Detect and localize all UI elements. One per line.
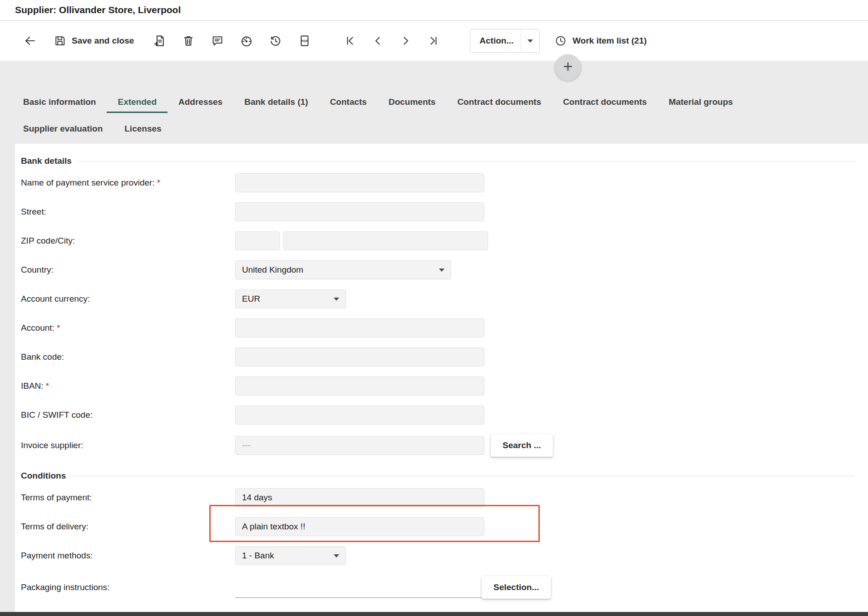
tab-contacts[interactable]: Contacts [319, 92, 378, 113]
pdf-icon: PDF [298, 34, 311, 48]
tab-bar-row-2: Supplier evaluation Licenses [0, 119, 868, 140]
add-button[interactable]: + [555, 54, 581, 81]
field-invoice-supplier: Invoice supplier: Search ... [21, 430, 854, 461]
back-icon [23, 34, 37, 48]
account-currency-select-value: EUR [242, 294, 260, 304]
history-icon [269, 34, 282, 48]
street-input[interactable] [235, 202, 484, 221]
search-button[interactable]: Search ... [491, 434, 553, 457]
tab-extended[interactable]: Extended [107, 92, 168, 113]
field-street: Street: [21, 197, 854, 226]
action-button[interactable]: Action... [470, 29, 540, 53]
toolbar: Save and close PDF [0, 21, 868, 61]
packaging-instructions-label: Packaging instructions: [21, 582, 235, 592]
delete-icon [182, 34, 195, 48]
last-record-button[interactable] [424, 33, 441, 49]
field-bank-code: Bank code: [21, 342, 854, 372]
save-icon [54, 34, 66, 47]
field-terms-of-payment: Terms of payment: [21, 483, 854, 512]
packaging-instructions-input[interactable] [235, 577, 484, 598]
account-label: Account:* [21, 323, 235, 333]
section-conditions: Conditions [21, 469, 854, 483]
history-button[interactable] [267, 33, 284, 49]
tab-bank-details[interactable]: Bank details (1) [233, 92, 319, 113]
plus-icon: + [563, 59, 572, 75]
back-button[interactable] [22, 33, 38, 49]
tab-addresses[interactable]: Addresses [168, 92, 233, 113]
gauge-icon [240, 34, 253, 48]
chevron-down-icon [439, 269, 444, 272]
bottom-bar [0, 612, 868, 616]
field-zip-city: ZIP code/City: [21, 226, 854, 255]
svg-text:PDF: PDF [301, 39, 308, 43]
tab-material-groups[interactable]: Material groups [658, 92, 744, 113]
document-add-icon [153, 34, 166, 48]
section-conditions-title: Conditions [21, 471, 66, 481]
supplier-detail-page: Supplier: Ollivander Store, Liverpool Sa… [0, 0, 868, 616]
iban-input[interactable] [235, 376, 484, 396]
required-asterisk: * [157, 178, 160, 187]
gauge-button[interactable] [238, 33, 255, 49]
terms-of-payment-label: Terms of payment: [21, 493, 235, 503]
city-input[interactable] [283, 231, 488, 250]
save-and-close-label: Save and close [72, 36, 134, 46]
tab-licenses[interactable]: Licenses [113, 119, 172, 140]
previous-record-button[interactable] [370, 33, 386, 49]
last-page-icon [426, 34, 439, 48]
required-asterisk: * [57, 323, 60, 332]
selection-button[interactable]: Selection... [482, 576, 551, 599]
payment-methods-select[interactable]: 1 - Bank [235, 546, 346, 565]
invoice-supplier-label: Invoice supplier: [21, 440, 235, 450]
next-icon [399, 34, 412, 48]
street-label: Street: [21, 207, 235, 217]
delete-button[interactable] [180, 33, 197, 49]
first-page-icon [344, 34, 358, 48]
field-psp: Name of payment service provider:* [21, 168, 854, 197]
field-account: Account:* [21, 313, 854, 342]
form-panel: Bank details Name of payment service pro… [15, 144, 868, 616]
field-bic: BIC / SWIFT code: [21, 401, 854, 430]
bic-input[interactable] [235, 406, 484, 425]
account-input[interactable] [235, 318, 484, 337]
previous-icon [371, 34, 385, 48]
required-asterisk: * [46, 381, 49, 391]
field-packaging-instructions: Packaging instructions: Selection... [21, 570, 854, 605]
country-label: Country: [21, 265, 235, 275]
account-currency-select[interactable]: EUR [235, 289, 346, 308]
chevron-down-icon [334, 554, 339, 557]
tab-basic-information[interactable]: Basic information [12, 92, 107, 113]
tab-supplier-evaluation[interactable]: Supplier evaluation [12, 119, 113, 140]
work-item-list-button[interactable]: Work item list (21) [554, 34, 646, 47]
section-divider [78, 161, 854, 161]
tab-contract-documents-2[interactable]: Contract documents [552, 92, 658, 113]
psp-input[interactable] [235, 173, 484, 192]
field-iban: IBAN:* [21, 372, 854, 401]
new-document-button[interactable] [151, 33, 168, 49]
tab-bar-row-1: Basic information Extended Addresses Ban… [0, 92, 868, 113]
tab-documents[interactable]: Documents [378, 92, 446, 113]
payment-methods-select-value: 1 - Bank [242, 551, 274, 561]
pdf-export-button[interactable]: PDF [296, 33, 313, 49]
invoice-supplier-input[interactable] [235, 436, 484, 455]
save-and-close-button[interactable]: Save and close [54, 34, 134, 47]
bank-code-label: Bank code: [21, 352, 235, 362]
bic-label: BIC / SWIFT code: [21, 410, 235, 420]
field-terms-of-delivery: Terms of delivery: [21, 512, 854, 541]
account-currency-label: Account currency: [21, 294, 235, 304]
terms-of-delivery-input[interactable] [235, 517, 484, 536]
record-navigation [343, 33, 452, 49]
country-select[interactable]: United Kingdom [235, 260, 451, 279]
first-record-button[interactable] [343, 33, 359, 49]
iban-label: IBAN:* [21, 381, 235, 391]
titlebar: Supplier: Ollivander Store, Liverpool [0, 0, 868, 20]
next-record-button[interactable] [397, 33, 414, 49]
comment-button[interactable] [209, 33, 226, 49]
tab-contract-documents-1[interactable]: Contract documents [446, 92, 552, 113]
work-item-list-label: Work item list (21) [572, 36, 646, 46]
clock-icon [554, 34, 567, 47]
field-payment-methods: Payment methods: 1 - Bank [21, 541, 854, 570]
terms-of-payment-input[interactable] [235, 488, 484, 507]
zip-input[interactable] [235, 231, 280, 250]
terms-of-delivery-label: Terms of delivery: [21, 522, 235, 532]
bank-code-input[interactable] [235, 347, 484, 367]
